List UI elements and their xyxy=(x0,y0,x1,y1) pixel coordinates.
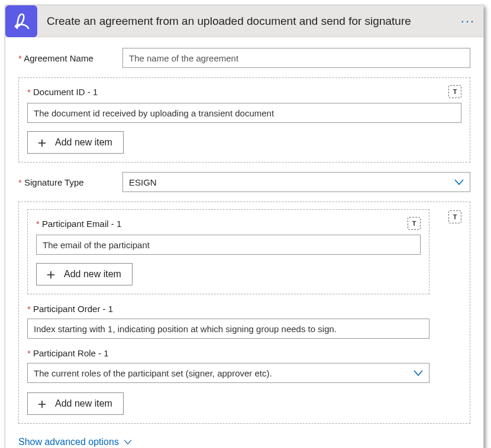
chevron-down-icon xyxy=(454,178,464,186)
participant-order-input[interactable] xyxy=(27,319,429,339)
dynamic-content-icon[interactable]: T xyxy=(448,210,461,223)
agreement-name-input[interactable] xyxy=(122,48,470,68)
dynamic-content-icon[interactable]: T xyxy=(408,217,421,230)
participant-role-label: * Participant Role - 1 xyxy=(27,348,429,358)
signature-type-label: * Signature Type xyxy=(18,177,122,187)
participants-group: T * Participant Email - 1 T ＋Add new ite… xyxy=(18,202,470,424)
plus-icon: ＋ xyxy=(35,397,49,411)
chevron-down-icon xyxy=(414,369,423,376)
add-document-item-button[interactable]: ＋Add new item xyxy=(27,131,124,154)
signature-type-row: * Signature Type ESIGN xyxy=(18,172,470,192)
document-id-group: * Document ID - 1 T ＋Add new item xyxy=(18,77,470,163)
agreement-name-label: * Agreement Name xyxy=(18,53,122,63)
more-actions-button[interactable]: ··· xyxy=(460,14,483,29)
participant-role-select[interactable]: The current roles of the participant set… xyxy=(27,363,429,383)
add-participant-email-button[interactable]: ＋Add new item xyxy=(36,263,133,285)
participant-email-group: * Participant Email - 1 T ＋Add new item xyxy=(27,209,429,294)
document-id-input[interactable] xyxy=(27,103,461,123)
plus-icon: ＋ xyxy=(44,267,58,281)
participant-role-block: * Participant Role - 1 The current roles… xyxy=(27,348,429,383)
participant-order-block: * Participant Order - 1 xyxy=(27,304,429,339)
participant-role-value: The current roles of the participant set… xyxy=(34,368,272,378)
document-id-label: * Document ID - 1 xyxy=(27,87,98,97)
plus-icon: ＋ xyxy=(35,135,49,150)
card-body: * Agreement Name * Document ID - 1 T ＋Ad… xyxy=(5,37,483,448)
card-title: Create an agreement from an uploaded doc… xyxy=(47,15,460,28)
participant-email-label: * Participant Email - 1 xyxy=(36,219,121,229)
action-card: Create an agreement from an uploaded doc… xyxy=(5,5,484,448)
chevron-down-icon xyxy=(124,437,132,447)
add-participant-set-button[interactable]: ＋Add new item xyxy=(27,392,124,415)
adobe-sign-icon xyxy=(5,5,37,37)
show-advanced-options-button[interactable]: Show advanced options xyxy=(18,437,132,447)
signature-type-select[interactable]: ESIGN xyxy=(122,172,470,192)
signature-type-value: ESIGN xyxy=(129,177,157,187)
participant-order-label: * Participant Order - 1 xyxy=(27,304,429,314)
dynamic-content-icon[interactable]: T xyxy=(448,85,461,98)
agreement-name-row: * Agreement Name xyxy=(18,48,470,68)
card-header: Create an agreement from an uploaded doc… xyxy=(5,5,483,37)
participant-email-input[interactable] xyxy=(36,235,421,255)
